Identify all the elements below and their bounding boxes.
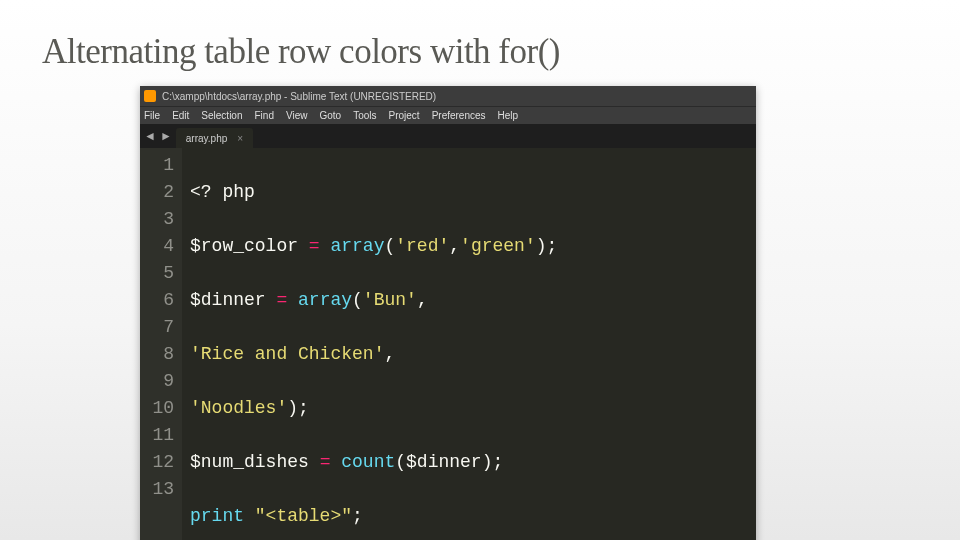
window-titlebar: C:\xampp\htdocs\array.php - Sublime Text… xyxy=(140,86,756,106)
editor-window: C:\xampp\htdocs\array.php - Sublime Text… xyxy=(140,86,756,540)
line-number: 3 xyxy=(140,206,174,233)
nav-back-icon[interactable]: ◄ xyxy=(144,129,156,143)
menu-goto[interactable]: Goto xyxy=(319,110,341,121)
line-number: 2 xyxy=(140,179,174,206)
menu-preferences[interactable]: Preferences xyxy=(432,110,486,121)
menu-find[interactable]: Find xyxy=(255,110,274,121)
menu-view[interactable]: View xyxy=(286,110,308,121)
line-number: 8 xyxy=(140,341,174,368)
line-number: 11 xyxy=(140,422,174,449)
menu-help[interactable]: Help xyxy=(498,110,519,121)
app-icon xyxy=(144,90,156,102)
code-line: print "<table>"; xyxy=(190,503,756,530)
line-number: 10 xyxy=(140,395,174,422)
tab-array-php[interactable]: array.php × xyxy=(176,128,253,148)
menu-edit[interactable]: Edit xyxy=(172,110,189,121)
menu-selection[interactable]: Selection xyxy=(201,110,242,121)
code-line: 'Noodles'); xyxy=(190,395,756,422)
code-area: 1 2 3 4 5 6 7 8 9 10 11 12 13 <? php $ro… xyxy=(140,148,756,540)
line-number: 12 xyxy=(140,449,174,476)
nav-forward-icon[interactable]: ► xyxy=(160,129,172,143)
menu-bar: File Edit Selection Find View Goto Tools… xyxy=(140,106,756,124)
line-number: 4 xyxy=(140,233,174,260)
code-content[interactable]: <? php $row_color = array('red','green')… xyxy=(182,148,756,540)
tab-close-icon[interactable]: × xyxy=(237,133,243,144)
code-line: $row_color = array('red','green'); xyxy=(190,233,756,260)
line-number: 9 xyxy=(140,368,174,395)
tab-bar: ◄ ► array.php × xyxy=(140,124,756,148)
tab-label: array.php xyxy=(186,133,228,144)
line-number: 7 xyxy=(140,314,174,341)
window-title: C:\xampp\htdocs\array.php - Sublime Text… xyxy=(162,91,436,102)
line-gutter: 1 2 3 4 5 6 7 8 9 10 11 12 13 xyxy=(140,148,182,540)
slide-title: Alternating table row colors with for() xyxy=(42,32,560,72)
code-line: $num_dishes = count($dinner); xyxy=(190,449,756,476)
menu-project[interactable]: Project xyxy=(389,110,420,121)
code-line: <? php xyxy=(190,179,756,206)
line-number: 6 xyxy=(140,287,174,314)
code-line: $dinner = array('Bun', xyxy=(190,287,756,314)
menu-tools[interactable]: Tools xyxy=(353,110,376,121)
line-number: 5 xyxy=(140,260,174,287)
menu-file[interactable]: File xyxy=(144,110,160,121)
line-number: 13 xyxy=(140,476,174,503)
code-line: 'Rice and Chicken', xyxy=(190,341,756,368)
line-number: 1 xyxy=(140,152,174,179)
